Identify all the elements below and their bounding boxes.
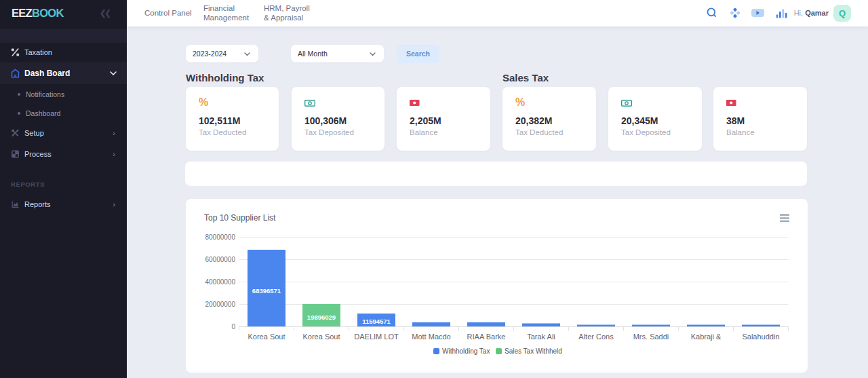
svg-text:68396571: 68396571 xyxy=(252,287,281,295)
svg-text:20000000: 20000000 xyxy=(205,301,236,308)
svg-text:Mott Macdo: Mott Macdo xyxy=(412,333,450,341)
svg-text:Korea Sout: Korea Sout xyxy=(248,333,285,341)
svg-text:Tarak Ali: Tarak Ali xyxy=(527,333,555,341)
svg-text:Korea Sout: Korea Sout xyxy=(302,333,340,341)
svg-text:Alter Cons: Alter Cons xyxy=(578,333,614,341)
svg-text:11594571: 11594571 xyxy=(362,318,391,325)
svg-text:0: 0 xyxy=(231,323,235,330)
svg-text:DAELIM LOT: DAELIM LOT xyxy=(354,333,399,341)
svg-text:RIAA Barke: RIAA Barke xyxy=(467,333,506,341)
svg-text:80000000: 80000000 xyxy=(205,233,236,241)
svg-text:Sales Tax Withheld: Sales Tax Withheld xyxy=(505,347,562,355)
svg-text:Withholding Tax: Withholding Tax xyxy=(442,347,490,355)
svg-text:60000000: 60000000 xyxy=(205,256,236,263)
svg-text:Salahuddin: Salahuddin xyxy=(742,333,779,341)
svg-text:Mrs. Saddi: Mrs. Saddi xyxy=(633,333,669,341)
svg-text:19896029: 19896029 xyxy=(307,314,336,321)
svg-text:40000000: 40000000 xyxy=(205,278,236,286)
svg-text:Kabraji &: Kabraji & xyxy=(691,333,722,341)
